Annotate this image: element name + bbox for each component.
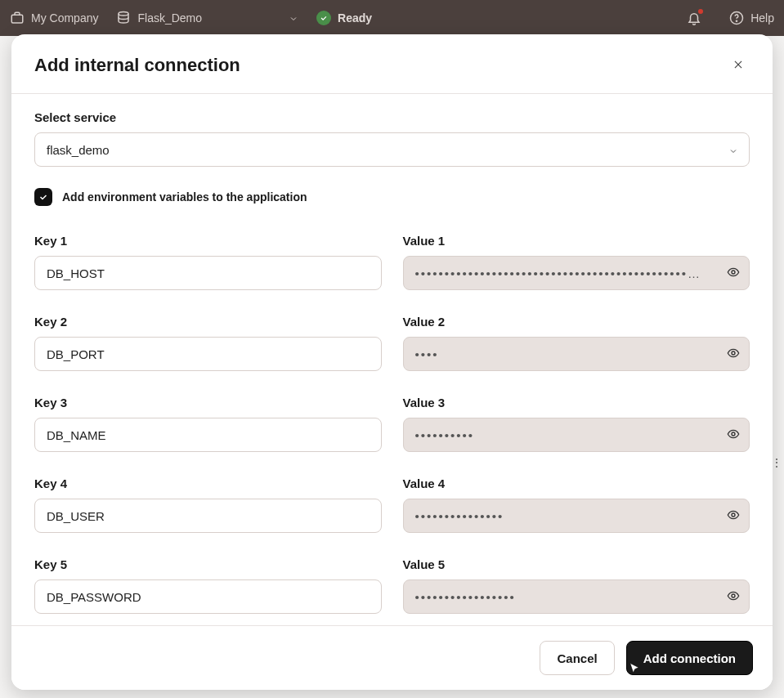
reveal-value-button[interactable]: [724, 344, 743, 364]
modal-footer: Cancel Add connection: [11, 625, 773, 690]
notifications-button[interactable]: [687, 11, 701, 25]
cancel-button[interactable]: Cancel: [540, 641, 614, 675]
value-label: Value 3: [403, 396, 750, 409]
svg-point-10: [732, 594, 735, 597]
key-label: Key 5: [34, 557, 382, 571]
modal-header: Add internal connection: [11, 34, 773, 93]
eye-icon: [727, 589, 740, 605]
project-switcher[interactable]: Flask_Demo: [116, 11, 298, 25]
briefcase-icon: [10, 11, 25, 25]
key-input[interactable]: [34, 337, 382, 371]
status-indicator: Ready: [316, 11, 372, 25]
svg-point-3: [737, 20, 737, 21]
svg-point-7: [732, 351, 735, 355]
key-label: Key 1: [34, 234, 382, 248]
reveal-value-button[interactable]: [724, 425, 743, 445]
eye-icon: [727, 347, 740, 362]
env-var-row: Key 2 Value 2: [34, 315, 750, 371]
chevron-down-icon: [289, 13, 298, 23]
reveal-value-button[interactable]: [724, 506, 743, 526]
overflow-menu-icon[interactable]: ⋮: [771, 456, 784, 469]
company-name: My Company: [31, 11, 98, 25]
reveal-value-button[interactable]: [724, 263, 743, 283]
eye-icon: [727, 508, 740, 524]
add-connection-button[interactable]: Add connection: [626, 641, 753, 675]
select-service-label: Select service: [34, 110, 750, 124]
value-label: Value 4: [403, 477, 750, 490]
help-icon: [729, 11, 744, 25]
top-bar: My Company Flask_Demo Ready Help: [0, 0, 784, 36]
project-name: Flask_Demo: [137, 11, 202, 25]
env-vars-label: Add environment variables to the applica…: [62, 190, 307, 204]
key-input[interactable]: [34, 499, 382, 533]
eye-icon: [727, 427, 740, 443]
close-button[interactable]: [727, 54, 750, 77]
svg-rect-0: [11, 15, 23, 23]
value-label: Value 1: [403, 234, 750, 248]
env-vars-grid: Key 1 Value 1 Key 2: [34, 234, 750, 614]
add-connection-modal: Add internal connection Select service f…: [11, 34, 773, 690]
value-input[interactable]: [403, 499, 750, 533]
status-text: Ready: [338, 11, 372, 25]
notification-dot: [698, 9, 703, 14]
value-label: Value 2: [403, 315, 750, 329]
key-input[interactable]: [34, 256, 382, 290]
env-vars-checkbox[interactable]: [34, 188, 52, 206]
value-input[interactable]: [403, 418, 750, 452]
database-icon: [116, 11, 131, 25]
eye-icon: [727, 266, 740, 281]
key-input[interactable]: [34, 579, 382, 614]
company-switcher[interactable]: My Company: [10, 11, 98, 25]
svg-point-8: [732, 432, 735, 436]
modal-body: Select service flask_demo Add environmen…: [11, 94, 773, 625]
value-input[interactable]: [403, 337, 750, 371]
key-input[interactable]: [34, 418, 382, 452]
env-var-row: Key 4 Value 4: [34, 477, 750, 533]
env-var-row: Key 3 Value 3: [34, 396, 750, 452]
modal-title: Add internal connection: [34, 55, 727, 76]
value-label: Value 5: [403, 557, 750, 571]
reveal-value-button[interactable]: [724, 587, 743, 606]
close-icon: [732, 59, 744, 73]
key-label: Key 4: [34, 477, 382, 490]
svg-point-1: [119, 12, 128, 16]
svg-point-6: [732, 271, 735, 274]
svg-point-9: [732, 513, 735, 517]
value-input[interactable]: [403, 256, 750, 290]
key-label: Key 3: [34, 396, 382, 409]
help-link[interactable]: Help: [750, 11, 774, 25]
env-var-row: Key 5 Value 5: [34, 557, 750, 614]
check-circle-icon: [316, 11, 331, 25]
service-select[interactable]: flask_demo: [34, 132, 750, 167]
env-var-row: Key 1 Value 1: [34, 234, 750, 290]
key-label: Key 2: [34, 315, 382, 329]
value-input[interactable]: [403, 579, 750, 614]
